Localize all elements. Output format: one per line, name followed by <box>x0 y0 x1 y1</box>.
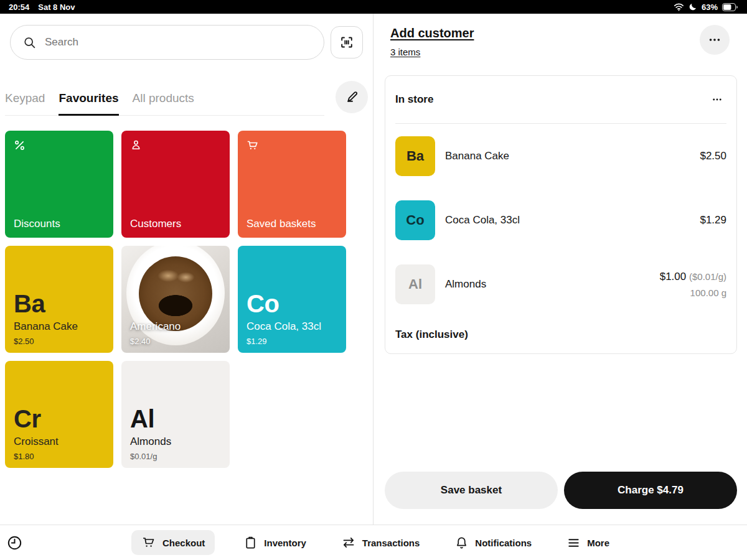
product-price: $0.01/g <box>130 452 157 461</box>
tile-label: Saved baskets <box>247 218 316 230</box>
product-price: $1.80 <box>14 452 34 461</box>
save-basket-button[interactable]: Save basket <box>385 472 558 509</box>
basket-item-banana-cake[interactable]: Ba Banana Cake $2.50 <box>395 124 726 188</box>
search-icon <box>23 36 36 49</box>
tile-product-banana-cake[interactable]: Ba Banana Cake $2.50 <box>5 246 113 353</box>
item-unit-price: ($0.01/g) <box>689 271 726 282</box>
nav-checkout[interactable]: Checkout <box>131 530 215 555</box>
search-input[interactable] <box>45 36 311 49</box>
add-customer-link[interactable]: Add customer <box>390 26 474 40</box>
basket-card: In store Ba Banana Cake $2.50 Co Coca Co… <box>385 75 737 354</box>
nav-more[interactable]: More <box>560 531 616 555</box>
status-time: 20:54 <box>9 2 29 12</box>
product-initials: Ba <box>14 290 45 318</box>
tile-product-coca-cola[interactable]: Co Coca Cola, 33cl $1.29 <box>238 246 346 353</box>
moon-icon <box>688 2 697 11</box>
basket-item-almonds[interactable]: Al Almonds $1.00 ($0.01/g) 100.00 g <box>395 252 726 316</box>
tile-label: Customers <box>130 218 181 230</box>
tile-product-croissant[interactable]: Cr Croissant $1.80 <box>5 361 113 468</box>
basket-title: In store <box>395 93 433 106</box>
in-store-more-button[interactable] <box>708 90 726 109</box>
tile-product-americano[interactable]: Americano $2.40 <box>121 246 230 353</box>
item-price: $2.50 <box>700 150 726 162</box>
item-thumbnail: Al <box>395 264 435 304</box>
ellipsis-icon <box>712 94 723 105</box>
tile-label: Discounts <box>14 218 60 230</box>
item-quantity: 100.00 g <box>660 287 726 298</box>
items-count-link[interactable]: 3 items <box>390 47 420 57</box>
item-price: $1.00 <box>660 271 687 282</box>
product-name: Almonds <box>130 436 171 448</box>
status-bar: 20:54 Sat 8 Nov 63% <box>0 0 747 14</box>
item-name: Banana Cake <box>445 150 700 162</box>
battery-icon <box>722 3 738 11</box>
nav-label: Inventory <box>264 538 306 548</box>
history-button[interactable] <box>6 534 23 551</box>
product-name: Coca Cola, 33cl <box>247 320 321 333</box>
nav-label: More <box>587 538 609 548</box>
tab-favourites[interactable]: Favourites <box>59 91 118 115</box>
clipboard-icon <box>243 536 258 550</box>
product-initials: Cr <box>14 405 40 433</box>
nav-notifications[interactable]: Notifications <box>448 531 538 555</box>
nav-label: Notifications <box>475 538 532 548</box>
status-date: Sat 8 Nov <box>38 2 75 12</box>
tile-saved-baskets[interactable]: Saved baskets <box>238 131 346 238</box>
bell-icon <box>454 536 469 550</box>
product-name: Americano <box>130 320 181 333</box>
product-name: Croissant <box>14 436 59 448</box>
item-thumbnail: Ba <box>395 136 435 176</box>
nav-label: Transactions <box>362 538 420 548</box>
basket-panel: Add customer 3 items In store <box>374 14 747 525</box>
nav-transactions[interactable]: Transactions <box>335 530 426 555</box>
transfer-arrows-icon <box>341 535 356 550</box>
tile-product-almonds[interactable]: Al Almonds $0.01/g <box>121 361 230 468</box>
menu-icon <box>566 536 581 550</box>
pencil-icon <box>345 90 359 105</box>
charge-button[interactable]: Charge $4.79 <box>564 472 737 509</box>
barcode-scan-icon <box>339 35 354 50</box>
tab-all-products[interactable]: All products <box>133 91 194 115</box>
search-box[interactable] <box>10 25 324 60</box>
item-name: Almonds <box>445 278 660 291</box>
person-icon <box>129 139 143 154</box>
product-price: $1.29 <box>247 337 267 346</box>
product-price: $2.40 <box>130 337 151 346</box>
basket-more-button[interactable] <box>700 25 730 55</box>
nav-label: Checkout <box>162 538 205 548</box>
product-initials: Co <box>247 290 279 318</box>
catalog-tabs: Keypad Favourites All products <box>5 81 368 116</box>
basket-item-coca-cola[interactable]: Co Coca Cola, 33cl $1.29 <box>395 188 726 252</box>
wifi-icon <box>674 3 684 11</box>
battery-percent: 63% <box>702 2 718 12</box>
catalog-panel: Keypad Favourites All products <box>0 14 374 525</box>
product-price: $2.50 <box>14 337 34 346</box>
nav-inventory[interactable]: Inventory <box>237 531 312 555</box>
item-name: Coca Cola, 33cl <box>445 214 700 226</box>
bottom-nav: Checkout Inventory Transactions <box>0 525 747 560</box>
ellipsis-icon <box>708 33 721 47</box>
product-name: Banana Cake <box>14 320 78 333</box>
barcode-scan-button[interactable] <box>331 26 363 58</box>
cart-icon <box>246 139 260 155</box>
item-thumbnail: Co <box>395 200 435 240</box>
favourites-grid: Discounts Customers Saved baskets <box>5 131 368 468</box>
tile-discounts[interactable]: Discounts <box>5 131 113 238</box>
item-price: $1.29 <box>700 214 726 226</box>
tax-label: Tax (inclusive) <box>395 316 726 353</box>
tile-customers[interactable]: Customers <box>121 131 230 238</box>
edit-favourites-button[interactable] <box>336 81 368 113</box>
percent-icon <box>13 139 26 154</box>
product-initials: Al <box>130 405 154 433</box>
tab-keypad[interactable]: Keypad <box>5 91 45 115</box>
cart-icon <box>141 535 156 550</box>
clock-icon <box>6 534 23 551</box>
